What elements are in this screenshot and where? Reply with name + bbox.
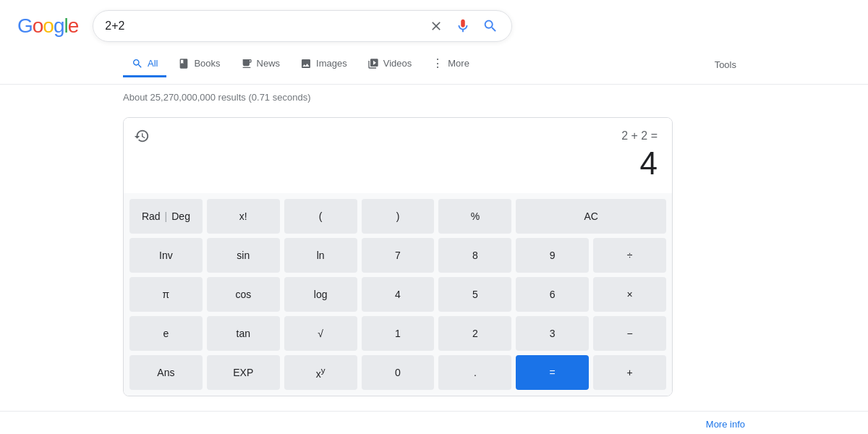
seven-button[interactable]: 7 — [362, 238, 435, 273]
rad-label: Rad — [142, 210, 161, 222]
log-button[interactable]: log — [284, 277, 357, 312]
inv-button[interactable]: Inv — [129, 238, 203, 273]
calc-display: 2 + 2 = 4 — [124, 118, 672, 193]
five-button[interactable]: 5 — [438, 277, 511, 312]
rad-deg-divider: | — [165, 210, 168, 222]
google-logo: Google — [17, 14, 78, 38]
sin-button[interactable]: sin — [207, 238, 280, 273]
tab-all[interactable]: All — [123, 52, 166, 77]
logo-e: e — [68, 14, 79, 38]
calc-expression: 2 + 2 = — [621, 129, 658, 142]
tan-button[interactable]: tan — [207, 316, 280, 351]
euler-button[interactable]: e — [129, 316, 203, 351]
header: Google — [0, 0, 868, 42]
cos-button[interactable]: cos — [207, 277, 280, 312]
deg-label: Deg — [171, 210, 190, 222]
eight-button[interactable]: 8 — [438, 238, 511, 273]
tab-more[interactable]: ⋮ More — [423, 51, 478, 78]
tab-more-label: More — [448, 58, 469, 69]
tab-books[interactable]: Books — [169, 52, 229, 77]
more-info-section: More info — [0, 411, 868, 434]
history-icon[interactable] — [134, 128, 150, 148]
logo-o1: o — [33, 14, 43, 38]
search-bar — [93, 10, 512, 42]
logo-g2: g — [54, 14, 64, 38]
tab-images[interactable]: Images — [292, 52, 356, 77]
logo-o2: o — [43, 14, 54, 38]
sqrt-button[interactable]: √ — [284, 316, 357, 351]
tools-button[interactable]: Tools — [706, 54, 745, 76]
ans-button[interactable]: Ans — [129, 355, 203, 390]
ln-button[interactable]: ln — [284, 238, 357, 273]
multiply-button[interactable]: × — [593, 277, 666, 312]
calculator-wrapper: 2 + 2 = 4 Rad | Deg x! ( ) % AC Inv sin … — [0, 110, 868, 404]
search-icons — [427, 17, 500, 35]
voice-search-button[interactable] — [454, 17, 472, 35]
pi-button[interactable]: π — [129, 277, 203, 312]
results-info: About 25,270,000,000 results (0.71 secon… — [0, 85, 868, 110]
logo-g1: G — [17, 14, 33, 38]
decimal-button[interactable]: . — [438, 355, 511, 390]
nine-button[interactable]: 9 — [516, 238, 589, 273]
equals-button[interactable]: = — [516, 355, 589, 390]
divide-button[interactable]: ÷ — [593, 238, 666, 273]
clear-button[interactable] — [427, 17, 445, 35]
tab-images-label: Images — [316, 58, 347, 69]
three-button[interactable]: 3 — [516, 316, 589, 351]
factorial-button[interactable]: x! — [207, 199, 280, 234]
open-paren-button[interactable]: ( — [284, 199, 357, 234]
tab-books-label: Books — [194, 58, 220, 69]
tab-news-label: News — [257, 58, 281, 69]
four-button[interactable]: 4 — [362, 277, 435, 312]
exp-button[interactable]: EXP — [207, 355, 280, 390]
zero-button[interactable]: 0 — [362, 355, 435, 390]
ac-button[interactable]: AC — [516, 199, 666, 234]
percent-button[interactable]: % — [438, 199, 511, 234]
search-button[interactable] — [481, 17, 500, 35]
calc-buttons: Rad | Deg x! ( ) % AC Inv sin ln 7 8 9 ÷… — [124, 193, 672, 396]
more-info-label[interactable]: More info — [706, 419, 745, 430]
tab-videos-label: Videos — [383, 58, 412, 69]
power-button[interactable]: xy — [284, 355, 357, 390]
add-button[interactable]: + — [593, 355, 666, 390]
tab-videos[interactable]: Videos — [359, 52, 421, 77]
two-button[interactable]: 2 — [438, 316, 511, 351]
calculator: 2 + 2 = 4 Rad | Deg x! ( ) % AC Inv sin … — [123, 117, 673, 396]
tab-news[interactable]: News — [232, 52, 289, 77]
subtract-button[interactable]: − — [593, 316, 666, 351]
one-button[interactable]: 1 — [362, 316, 435, 351]
close-paren-button[interactable]: ) — [362, 199, 435, 234]
more-icon: ⋮ — [432, 56, 443, 70]
nav-tabs: All Books News Images Videos ⋮ More Tool… — [0, 45, 868, 85]
results-summary: About 25,270,000,000 results (0.71 secon… — [123, 92, 310, 103]
tab-all-label: All — [148, 58, 158, 69]
calc-result: 4 — [640, 145, 658, 182]
six-button[interactable]: 6 — [516, 277, 589, 312]
rad-deg-button[interactable]: Rad | Deg — [129, 199, 203, 234]
search-input[interactable] — [105, 20, 420, 33]
